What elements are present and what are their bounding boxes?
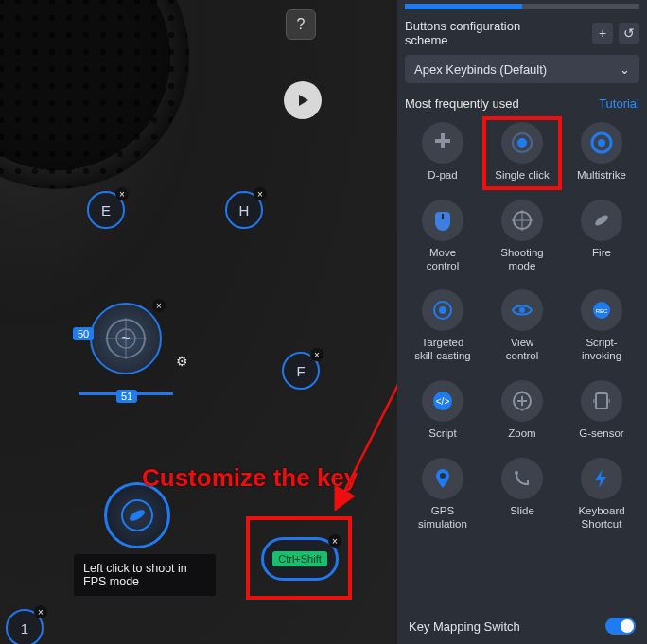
pin-icon xyxy=(431,467,454,490)
annotation-highlight-box: Ctrl+Shift × xyxy=(246,516,352,600)
key-label: ~ xyxy=(121,330,130,347)
svg-point-15 xyxy=(593,213,609,227)
close-icon[interactable]: × xyxy=(310,348,324,361)
tab-inactive[interactable] xyxy=(522,4,639,9)
mapped-key-1[interactable]: 1 × xyxy=(6,609,44,644)
help-button[interactable]: ? xyxy=(286,9,316,40)
svg-point-25 xyxy=(440,473,446,479)
tile-zoom[interactable]: Zoom xyxy=(484,376,560,446)
tile-dpad[interactable]: D-pad xyxy=(405,118,481,188)
key-label: H xyxy=(239,202,250,218)
sensitivity-vertical-badge[interactable]: 50 xyxy=(73,327,94,340)
tile-fire[interactable]: Fire xyxy=(564,196,639,279)
history-icon: ↺ xyxy=(623,26,635,41)
tile-gsensor[interactable]: G-sensor xyxy=(564,376,639,446)
scheme-value: Apex Keybinds (Default) xyxy=(414,62,547,77)
question-icon: ? xyxy=(297,16,306,33)
dpad-icon xyxy=(431,131,454,154)
chevron-down-icon: ⌄ xyxy=(620,62,630,77)
fire-tooltip: Left click to shoot in FPS mode xyxy=(74,554,216,596)
tile-label: Script xyxy=(428,427,456,441)
svg-point-5 xyxy=(128,508,147,523)
tile-label: D-pad xyxy=(428,169,457,183)
tile-label: Shooting mode xyxy=(500,247,543,273)
aim-sensitivity-widget[interactable]: ~ × ⚙ 50 51 xyxy=(90,303,162,374)
keymapping-toggle[interactable] xyxy=(605,618,636,635)
panel-tabbar xyxy=(405,4,639,9)
tile-multistrike[interactable]: Multistrike xyxy=(564,118,639,188)
svg-point-18 xyxy=(519,307,525,313)
svg-rect-24 xyxy=(596,393,607,409)
zoom-icon xyxy=(511,390,533,412)
tile-single-click[interactable]: Single click xyxy=(484,118,560,188)
game-viewport: ? E × H × F × 1 × ~ × ⚙ 50 51 xyxy=(0,0,397,644)
tile-slide[interactable]: Slide xyxy=(484,454,560,537)
tile-label: Keyboard Shortcut xyxy=(578,505,624,531)
close-icon[interactable]: × xyxy=(254,187,267,200)
close-icon[interactable]: × xyxy=(152,299,166,312)
most-used-heading: Most frequently used xyxy=(405,96,519,111)
sensitivity-horizontal-badge[interactable]: 51 xyxy=(116,390,137,403)
scheme-label: Buttons configuration scheme xyxy=(405,19,556,47)
key-chip: Ctrl+Shift xyxy=(272,551,327,566)
close-icon[interactable]: × xyxy=(115,187,129,200)
tile-label: Multistrike xyxy=(577,169,626,183)
mapped-key-h[interactable]: H × xyxy=(225,191,263,229)
key-label: 1 xyxy=(21,620,28,636)
svg-text:</>: </> xyxy=(436,396,450,407)
reset-scheme-button[interactable]: ↺ xyxy=(619,23,639,44)
rec-icon: REC xyxy=(590,299,613,322)
eye-icon xyxy=(511,299,533,322)
mapped-key-e[interactable]: E × xyxy=(87,191,125,229)
tile-label: Script- invoking xyxy=(582,337,621,363)
svg-point-8 xyxy=(517,138,527,148)
slide-icon xyxy=(511,467,533,490)
tile-move-control[interactable]: Move control xyxy=(405,196,481,279)
tile-script-invoking[interactable]: REC Script- invoking xyxy=(564,286,639,369)
key-label: E xyxy=(101,202,111,218)
tile-keyboard-shortcut[interactable]: Keyboard Shortcut xyxy=(564,454,639,537)
play-icon xyxy=(295,93,310,108)
add-scheme-button[interactable]: + xyxy=(592,23,613,44)
tile-view-control[interactable]: View control xyxy=(484,286,560,369)
svg-rect-11 xyxy=(442,214,444,219)
annotation-label: Customize the key xyxy=(142,463,358,493)
bolt-icon xyxy=(590,467,613,490)
gear-icon[interactable]: ⚙ xyxy=(176,354,188,369)
multistrike-icon xyxy=(590,131,613,154)
gsensor-icon xyxy=(590,390,613,412)
mapped-key-ctrlshift[interactable]: Ctrl+Shift × xyxy=(261,537,339,581)
mouse-icon xyxy=(431,209,454,232)
mapped-key-f[interactable]: F × xyxy=(282,352,320,390)
tile-gps[interactable]: GPS simulation xyxy=(405,454,481,537)
tool-grid: D-pad Single click Multistrike Move cont… xyxy=(405,118,639,536)
mic-grille-decor xyxy=(0,0,189,189)
tile-label: G-sensor xyxy=(579,427,623,441)
svg-point-10 xyxy=(598,139,605,147)
tile-shooting-mode[interactable]: Shooting mode xyxy=(484,196,560,279)
close-icon[interactable]: × xyxy=(34,605,47,618)
tile-script[interactable]: </> Script xyxy=(405,376,481,446)
single-click-icon xyxy=(511,131,533,154)
key-label: F xyxy=(296,363,305,379)
tile-label: Single click xyxy=(495,169,550,183)
crosshair-icon xyxy=(511,209,533,232)
plus-icon: + xyxy=(599,26,606,41)
target-dot-icon xyxy=(431,299,454,322)
tutorial-link[interactable]: Tutorial xyxy=(599,96,639,111)
bullet-icon xyxy=(590,209,613,232)
tile-label: Slide xyxy=(510,505,534,518)
play-button[interactable] xyxy=(284,81,322,119)
tile-targeted-skill[interactable]: Targeted skill-casting xyxy=(405,286,481,369)
keymap-side-panel: Buttons configuration scheme + ↺ Apex Ke… xyxy=(397,0,647,644)
tile-label: View control xyxy=(506,337,539,363)
tile-label: Fire xyxy=(592,247,611,260)
close-icon[interactable]: × xyxy=(328,534,341,548)
tile-label: Move control xyxy=(427,247,460,273)
code-icon: </> xyxy=(431,390,454,412)
svg-point-17 xyxy=(439,306,446,314)
switch-label: Key Mapping Switch xyxy=(409,619,520,634)
tab-active[interactable] xyxy=(405,4,522,9)
tile-label: Targeted skill-casting xyxy=(414,337,470,363)
scheme-select[interactable]: Apex Keybinds (Default) ⌄ xyxy=(405,55,639,83)
